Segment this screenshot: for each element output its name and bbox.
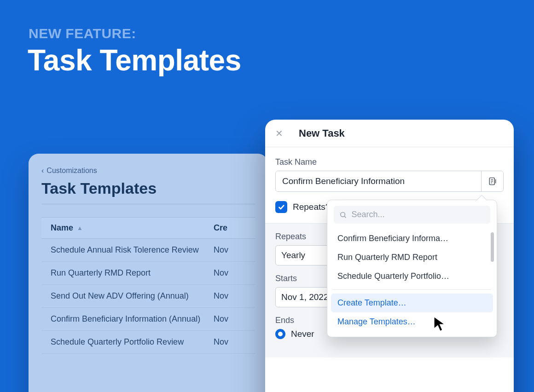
- cell-created: Nov: [214, 308, 255, 330]
- cell-created: Nov: [214, 239, 255, 261]
- column-header-name-label: Name: [51, 223, 73, 233]
- hero-title: Task Templates: [28, 43, 241, 77]
- task-name-input[interactable]: [276, 171, 481, 191]
- column-header-name[interactable]: Name ▲: [41, 218, 214, 238]
- cell-name: Schedule Quarterly Portfolio Review: [41, 331, 214, 353]
- breadcrumb-customizations[interactable]: ‹ Customizations: [41, 167, 255, 175]
- column-header-created[interactable]: Cre: [214, 218, 255, 238]
- task-templates-panel: ‹ Customizations Task Templates Name ▲ C…: [29, 154, 268, 392]
- template-option[interactable]: Run Quarterly RMD Report: [331, 248, 493, 267]
- table-row[interactable]: Confirm Beneficiary Information (Annual)…: [41, 308, 255, 331]
- close-icon[interactable]: ✕: [275, 129, 283, 138]
- cell-name: Send Out New ADV Offering (Annual): [41, 285, 214, 307]
- template-search-input[interactable]: [351, 210, 485, 219]
- svg-point-5: [341, 212, 345, 217]
- manage-templates-action[interactable]: Manage Templates…: [331, 312, 493, 331]
- template-picker-button[interactable]: [481, 171, 503, 191]
- cell-created: Nov: [214, 285, 255, 307]
- modal-title: New Task: [299, 127, 345, 139]
- cell-name: Run Quarterly RMD Report: [41, 262, 214, 284]
- cell-name: Schedule Annual Risk Tolerence Review: [41, 239, 214, 261]
- scrollbar-thumb[interactable]: [491, 232, 494, 262]
- sort-ascending-icon: ▲: [77, 225, 83, 231]
- page-title: Task Templates: [41, 179, 255, 197]
- ends-never-label: Never: [291, 329, 314, 339]
- template-option[interactable]: Schedule Quarterly Portfolio…: [331, 267, 493, 286]
- template-option[interactable]: Confirm Beneficiary Informa…: [331, 229, 493, 248]
- create-template-action[interactable]: Create Template…: [331, 294, 493, 312]
- chevron-left-icon: ‹: [41, 167, 44, 175]
- table-row[interactable]: Send Out New ADV Offering (Annual) Nov: [41, 285, 255, 308]
- hero-kicker: NEW FEATURE:: [29, 26, 136, 41]
- modal-header: ✕ New Task: [265, 120, 514, 147]
- task-name-input-wrap: [275, 171, 504, 192]
- cell-created: Nov: [214, 262, 255, 284]
- repeats-checkbox[interactable]: [275, 201, 287, 213]
- task-name-label: Task Name: [275, 157, 504, 167]
- repeats-checkbox-label: Repeats?: [293, 202, 330, 212]
- cell-name: Confirm Beneficiary Information (Annual): [41, 308, 214, 330]
- template-search[interactable]: [334, 206, 490, 224]
- template-picker-popover: Confirm Beneficiary Informa… Run Quarter…: [327, 200, 497, 337]
- templates-table: Name ▲ Cre Schedule Annual Risk Tolerenc…: [41, 217, 255, 354]
- table-row[interactable]: Schedule Quarterly Portfolio Review Nov: [41, 331, 255, 354]
- table-row[interactable]: Schedule Annual Risk Tolerence Review No…: [41, 239, 255, 262]
- breadcrumb-label: Customizations: [46, 167, 97, 175]
- divider: [41, 204, 255, 204]
- table-header: Name ▲ Cre: [41, 217, 255, 239]
- search-icon: [339, 211, 347, 219]
- template-icon: [488, 177, 497, 186]
- check-icon: [278, 203, 285, 211]
- ends-never-radio[interactable]: [275, 329, 285, 339]
- divider: [333, 289, 491, 290]
- svg-line-6: [344, 216, 346, 218]
- table-row[interactable]: Run Quarterly RMD Report Nov: [41, 262, 255, 285]
- cell-created: Nov: [214, 331, 255, 353]
